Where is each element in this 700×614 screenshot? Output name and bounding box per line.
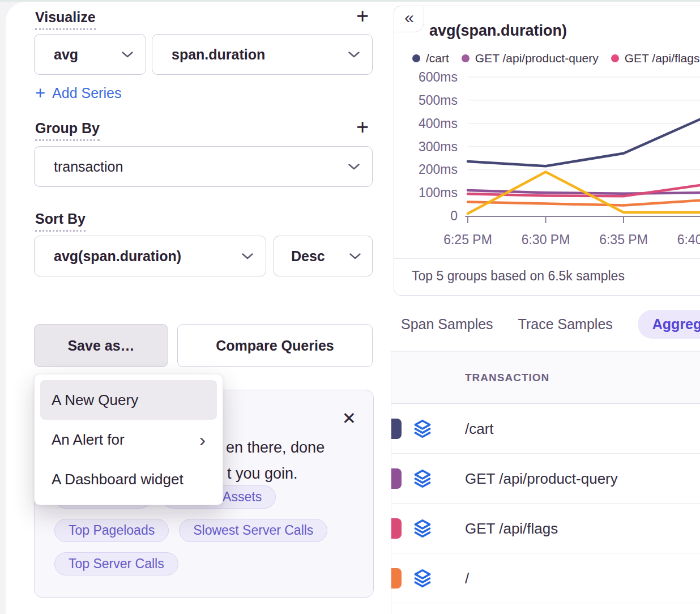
group-by-section-title: Group By bbox=[35, 120, 100, 141]
field-select[interactable]: span.duration bbox=[152, 34, 373, 75]
add-visualize-button[interactable]: + bbox=[352, 7, 373, 27]
suggested-query-pill[interactable]: Top Pageloads bbox=[54, 519, 169, 542]
save-menu-item[interactable]: A New Query bbox=[40, 380, 217, 420]
page-top-border bbox=[0, 0, 700, 2]
tab-trace-samples[interactable]: Trace Samples bbox=[518, 316, 613, 332]
sort-direction-select[interactable]: Desc bbox=[274, 236, 373, 276]
aggregate-select[interactable]: avg bbox=[34, 34, 146, 75]
chart-legend: /cartGET /api/product-queryGET /api/flag… bbox=[412, 52, 699, 65]
legend-item[interactable]: GET /api/flags bbox=[611, 52, 700, 65]
chart-footer-divider bbox=[394, 258, 700, 259]
visualize-section-title: Visualize bbox=[35, 9, 96, 30]
legend-dot-icon bbox=[611, 54, 619, 62]
layers-icon bbox=[412, 418, 433, 442]
double-chevron-left-icon: « bbox=[404, 8, 413, 27]
series-line-3 bbox=[468, 200, 700, 206]
collapse-panel-button[interactable]: « bbox=[394, 6, 424, 32]
column-header-transaction[interactable]: TRANSACTION bbox=[465, 352, 549, 404]
pill-row: Top Server Calls bbox=[54, 552, 363, 575]
legend-item[interactable]: GET /api/product-query bbox=[462, 52, 599, 65]
menu-item-label: A Dashboard widget bbox=[52, 471, 183, 488]
y-axis-tick-label: 0 bbox=[450, 208, 458, 223]
chevron-down-icon bbox=[348, 164, 360, 170]
transaction-name: / bbox=[465, 553, 469, 603]
x-axis-tick-label: 6:35 PM bbox=[599, 232, 648, 247]
chart-card: « avg(span.duration) /cartGET /api/produ… bbox=[394, 6, 700, 296]
chevron-down-icon bbox=[242, 253, 253, 259]
x-axis-tick-label: 6:30 PM bbox=[522, 232, 570, 247]
plus-icon: + bbox=[35, 86, 45, 101]
group-by-select-value: transaction bbox=[54, 159, 123, 175]
save-menu-item[interactable]: A Dashboard widget bbox=[40, 459, 217, 499]
pill-row: Top PageloadsSlowest Server Calls bbox=[54, 519, 363, 542]
series-color-swatch bbox=[391, 518, 402, 539]
save-menu-item[interactable]: An Alert for› bbox=[40, 420, 217, 459]
table-body: /cartGET /api/product-queryGET /api/flag… bbox=[391, 404, 700, 603]
chart-title: avg(span.duration) bbox=[429, 22, 567, 40]
save-as-menu: A New QueryAn Alert for›A Dashboard widg… bbox=[34, 374, 223, 505]
x-axis-tick-label: 6:25 PM bbox=[443, 232, 492, 247]
legend-dot-icon bbox=[412, 54, 420, 62]
compare-queries-button[interactable]: Compare Queries bbox=[177, 324, 373, 367]
sort-field-select[interactable]: avg(span.duration) bbox=[34, 236, 266, 276]
y-axis-tick-label: 300ms bbox=[419, 139, 458, 154]
layers-icon bbox=[412, 568, 433, 591]
y-axis-tick-label: 200ms bbox=[419, 162, 458, 177]
add-series-label: Add Series bbox=[52, 85, 121, 101]
menu-item-label: An Alert for bbox=[52, 431, 125, 449]
add-series-button[interactable]: + Add Series bbox=[35, 85, 121, 101]
y-axis-tick-label: 500ms bbox=[419, 93, 458, 108]
group-by-select[interactable]: transaction bbox=[34, 146, 373, 187]
tab-span-samples[interactable]: Span Samples bbox=[401, 316, 493, 332]
transaction-name: /cart bbox=[465, 404, 494, 454]
menu-item-label: A New Query bbox=[52, 391, 138, 409]
tab-aggregates[interactable]: Aggregates bbox=[638, 310, 700, 339]
table-header-row: TRANSACTION bbox=[391, 352, 700, 404]
info-text-line2: t you goin. bbox=[227, 465, 298, 483]
legend-item[interactable]: /cart bbox=[412, 52, 449, 65]
layers-icon bbox=[412, 518, 433, 541]
chart-footer-text: Top 5 groups based on 6.5k samples bbox=[412, 268, 625, 284]
y-axis-tick-label: 600ms bbox=[419, 70, 458, 84]
aggregate-select-value: avg bbox=[54, 46, 78, 63]
y-axis-tick-label: 400ms bbox=[419, 116, 458, 131]
table-row[interactable]: /cart bbox=[391, 404, 700, 454]
sort-direction-value: Desc bbox=[291, 248, 325, 265]
line-chart-plot[interactable]: 600ms500ms400ms300ms200ms100ms06:25 PM6:… bbox=[394, 67, 700, 257]
save-as-button[interactable]: Save as… bbox=[34, 324, 168, 367]
x-axis-tick-label: 6:40 PM bbox=[677, 232, 700, 247]
add-group-by-button[interactable]: + bbox=[352, 118, 373, 138]
sort-field-select-value: avg(span.duration) bbox=[54, 248, 181, 265]
table-row[interactable]: GET /api/product-query bbox=[391, 454, 700, 504]
legend-label: GET /api/product-query bbox=[475, 52, 599, 65]
table-row[interactable]: GET /api/flags bbox=[391, 504, 700, 553]
results-table: TRANSACTION /cartGET /api/product-queryG… bbox=[391, 351, 700, 614]
sort-by-section-title: Sort By bbox=[35, 211, 86, 232]
chevron-down-icon bbox=[122, 52, 133, 58]
samples-tab-bar: Span SamplesTrace SamplesAggregates bbox=[401, 310, 700, 339]
y-axis-tick-label: 100ms bbox=[419, 185, 458, 200]
legend-label: /cart bbox=[426, 52, 449, 65]
legend-label: GET /api/flags bbox=[625, 52, 700, 65]
transaction-name: GET /api/flags bbox=[465, 504, 558, 553]
legend-dot-icon bbox=[462, 54, 469, 62]
chevron-down-icon bbox=[348, 52, 360, 58]
suggested-query-pill[interactable]: Top Server Calls bbox=[54, 552, 178, 575]
submenu-chevron-right-icon: › bbox=[199, 431, 206, 448]
table-row[interactable]: / bbox=[391, 553, 700, 603]
info-text-line1: en there, done bbox=[226, 439, 325, 457]
series-line-0 bbox=[468, 114, 700, 167]
series-color-swatch bbox=[391, 419, 402, 439]
field-select-value: span.duration bbox=[172, 46, 265, 63]
series-color-swatch bbox=[391, 468, 402, 489]
suggested-query-pill[interactable]: Slowest Server Calls bbox=[179, 519, 327, 542]
series-color-swatch bbox=[391, 568, 402, 589]
transaction-name: GET /api/product-query bbox=[465, 454, 618, 504]
layers-icon bbox=[412, 468, 433, 492]
chevron-down-icon bbox=[349, 253, 361, 259]
close-icon[interactable]: ✕ bbox=[342, 408, 356, 428]
